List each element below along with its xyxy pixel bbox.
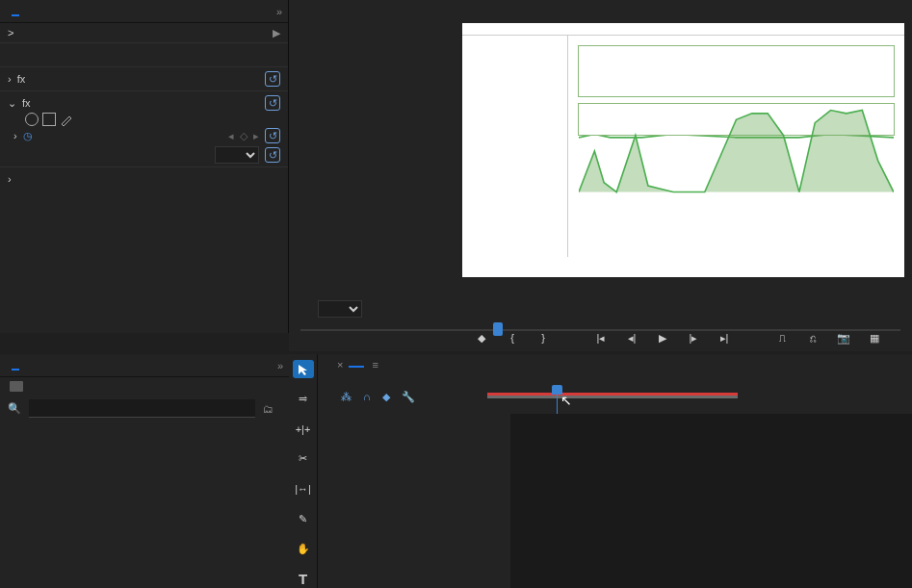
play-icon[interactable]: ▶ (273, 27, 280, 39)
fit-select[interactable] (318, 300, 362, 318)
chevron-right-icon[interactable]: › (8, 73, 12, 85)
tab-effect-controls[interactable] (6, 8, 25, 15)
project-icon (10, 381, 23, 392)
pen-mask-icon[interactable] (60, 113, 73, 126)
reset-icon[interactable]: ↺ (265, 71, 280, 87)
mark-in-icon[interactable]: { (504, 329, 521, 346)
panel-menu-icon[interactable]: ≡ (372, 359, 378, 371)
export-frame-icon[interactable]: 📷 (835, 329, 852, 346)
selection-tool-icon[interactable] (293, 360, 314, 378)
go-to-in-icon[interactable]: |◂ (592, 329, 610, 346)
tm-chart-transfer (578, 103, 895, 136)
panel-menu-icon[interactable]: » (276, 6, 282, 17)
blend-mode-select[interactable] (215, 146, 259, 164)
project-thumbnails (0, 422, 289, 441)
pen-tool-icon[interactable]: ✎ (293, 510, 314, 528)
step-forward-icon[interactable]: |▸ (685, 329, 702, 346)
linked-selection-icon[interactable]: ∩ (363, 391, 371, 403)
go-to-out-icon[interactable]: ▸| (716, 329, 733, 346)
reset-icon[interactable]: ↺ (265, 128, 280, 143)
button-editor-icon[interactable]: ▦ (866, 329, 883, 346)
panel-menu-icon[interactable]: » (277, 360, 283, 371)
bin-icon[interactable]: 🗂 (263, 403, 274, 415)
snap-icon[interactable]: ⁂ (341, 391, 352, 403)
program-title (289, 0, 912, 8)
reset-icon[interactable]: ↺ (265, 95, 280, 111)
prev-keyframe-icon[interactable]: ◂ (228, 130, 234, 142)
lift-icon[interactable]: ⎍ (773, 329, 791, 346)
step-back-icon[interactable]: ◂| (623, 329, 640, 346)
timeline-tab[interactable] (349, 362, 364, 368)
chevron-right-icon[interactable]: › (8, 173, 12, 185)
fx-icon[interactable]: fx (22, 97, 31, 109)
tab-project[interactable] (6, 362, 25, 370)
type-tool-icon[interactable]: T (293, 570, 314, 588)
search-icon: 🔍 (8, 402, 21, 415)
razor-tool-icon[interactable]: ✂ (293, 449, 314, 468)
stopwatch-icon[interactable]: ◷ (23, 130, 33, 142)
play-icon[interactable]: ▶ (654, 329, 671, 346)
extract-icon[interactable]: ⎌ (804, 329, 821, 346)
add-marker-icon[interactable]: ◆ (382, 391, 390, 403)
tm-sidebar (462, 36, 568, 257)
ripple-edit-tool-icon[interactable]: +|+ (293, 420, 314, 438)
tab-lumetri-scopes[interactable] (25, 8, 44, 15)
chevron-down-icon[interactable]: ⌄ (8, 97, 16, 110)
settings-icon[interactable]: 🔧 (402, 391, 415, 403)
close-tab-icon[interactable]: × (337, 359, 343, 371)
render-bar (487, 393, 738, 396)
cursor-icon: ↖ (560, 393, 572, 408)
track-select-tool-icon[interactable]: ⥤ (293, 390, 314, 408)
left-timecode (0, 333, 289, 354)
ellipse-mask-icon[interactable] (25, 113, 39, 126)
program-monitor (462, 23, 904, 277)
project-search-input[interactable] (29, 399, 255, 418)
add-keyframe-icon[interactable]: ◇ (240, 130, 248, 142)
mark-out-icon[interactable]: } (534, 329, 552, 346)
tab-media-browser[interactable] (25, 362, 44, 370)
chevron-right-icon[interactable]: › (13, 130, 17, 141)
slip-tool-icon[interactable]: |↔| (293, 480, 314, 499)
timeline-ruler[interactable]: ↖ (482, 375, 912, 414)
track-headers (318, 414, 510, 588)
rect-mask-icon[interactable] (42, 113, 56, 126)
next-keyframe-icon[interactable]: ▸ (253, 130, 259, 142)
fx-icon[interactable]: fx (17, 73, 26, 85)
taskmgr-tabs (462, 23, 904, 36)
track-area[interactable] (510, 414, 912, 588)
hand-tool-icon[interactable]: ✋ (293, 540, 314, 558)
tm-chart-activity (578, 45, 895, 97)
reset-icon[interactable]: ↺ (265, 147, 280, 163)
add-marker-icon[interactable]: ◆ (473, 329, 490, 346)
